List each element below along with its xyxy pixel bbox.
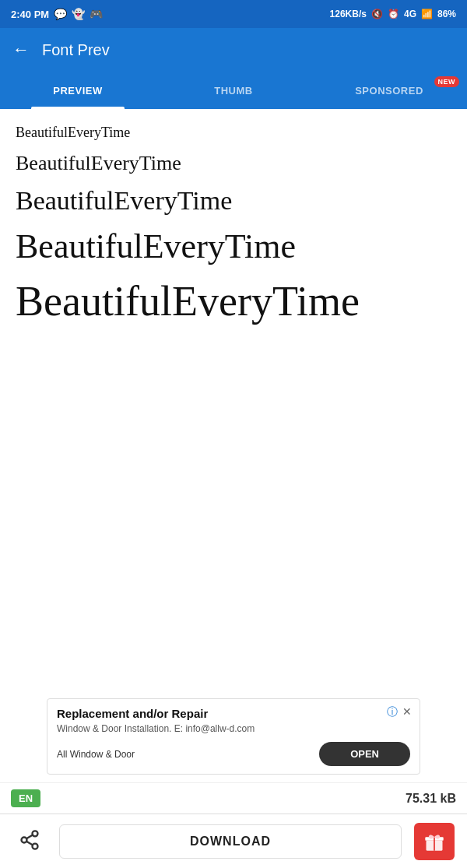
bottom-action-bar: DOWNLOAD bbox=[0, 814, 467, 868]
signal-bars-icon: 4G bbox=[404, 9, 416, 19]
status-right: 126KB/s 🔇 ⏰ 4G 📶 86% bbox=[330, 9, 456, 19]
speed-indicator: 126KB/s bbox=[330, 9, 367, 19]
font-sample-2: BeautifulEveryTime bbox=[16, 152, 451, 175]
app-header: ← Font Prev bbox=[0, 28, 467, 72]
ad-controls: ⓘ ✕ bbox=[387, 705, 412, 719]
share-button[interactable] bbox=[12, 823, 47, 859]
bottom-info-bar: EN 75.31 kB bbox=[0, 782, 467, 814]
download-button[interactable]: DOWNLOAD bbox=[59, 824, 402, 859]
ad-banner: ⓘ ✕ Replacement and/or Repair Window & D… bbox=[47, 698, 420, 775]
font-sample-5: BeautifulEveryTime bbox=[16, 277, 451, 325]
ad-bottom-row: All Window & Door OPEN bbox=[57, 742, 410, 766]
gift-button[interactable] bbox=[414, 823, 455, 860]
language-badge: EN bbox=[11, 789, 40, 807]
ad-close-icon[interactable]: ✕ bbox=[402, 705, 412, 719]
tab-thumb[interactable]: THUMB bbox=[156, 72, 311, 109]
ad-title: Replacement and/or Repair bbox=[57, 707, 410, 720]
status-bar: 2:40 PM 💬 👻 🎮 126KB/s 🔇 ⏰ 4G 📶 86% bbox=[0, 0, 467, 28]
file-size-label: 75.31 kB bbox=[406, 792, 456, 806]
mute-icon: 🔇 bbox=[371, 9, 383, 19]
ad-brand: All Window & Door bbox=[57, 749, 135, 760]
font-sample-3: BeautifulEveryTime bbox=[16, 186, 451, 216]
share-icon bbox=[19, 829, 40, 851]
svg-line-3 bbox=[26, 842, 33, 845]
status-time: 2:40 PM bbox=[11, 9, 49, 20]
tab-bar: PREVIEW THUMB SPONSORED New bbox=[0, 72, 467, 109]
whatsapp-icon: 💬 bbox=[54, 8, 67, 20]
wifi-icon: 📶 bbox=[421, 9, 433, 19]
snapchat-icon: 👻 bbox=[72, 8, 85, 20]
tab-sponsored[interactable]: SPONSORED New bbox=[311, 72, 467, 109]
svg-line-4 bbox=[26, 835, 33, 839]
battery-icon: 86% bbox=[437, 9, 456, 19]
alarm-icon: ⏰ bbox=[388, 9, 399, 19]
tab-preview[interactable]: PREVIEW bbox=[0, 72, 156, 109]
main-content: BeautifulEveryTime BeautifulEveryTime Be… bbox=[0, 109, 467, 814]
new-badge: New bbox=[434, 76, 460, 87]
notification-icon: 🎮 bbox=[90, 8, 103, 20]
app-title: Font Prev bbox=[42, 41, 110, 59]
ad-open-button[interactable]: OPEN bbox=[319, 742, 410, 766]
ad-subtitle: Window & Door Installation. E: info@allw… bbox=[57, 723, 410, 734]
font-sample-4: BeautifulEveryTime bbox=[16, 227, 451, 266]
ad-info-icon[interactable]: ⓘ bbox=[387, 705, 398, 719]
font-sample-1: BeautifulEveryTime bbox=[16, 125, 451, 141]
status-left: 2:40 PM 💬 👻 🎮 bbox=[11, 8, 103, 20]
font-preview-area: BeautifulEveryTime BeautifulEveryTime Be… bbox=[0, 109, 467, 691]
back-button[interactable]: ← bbox=[12, 40, 30, 60]
gift-icon bbox=[423, 831, 445, 852]
